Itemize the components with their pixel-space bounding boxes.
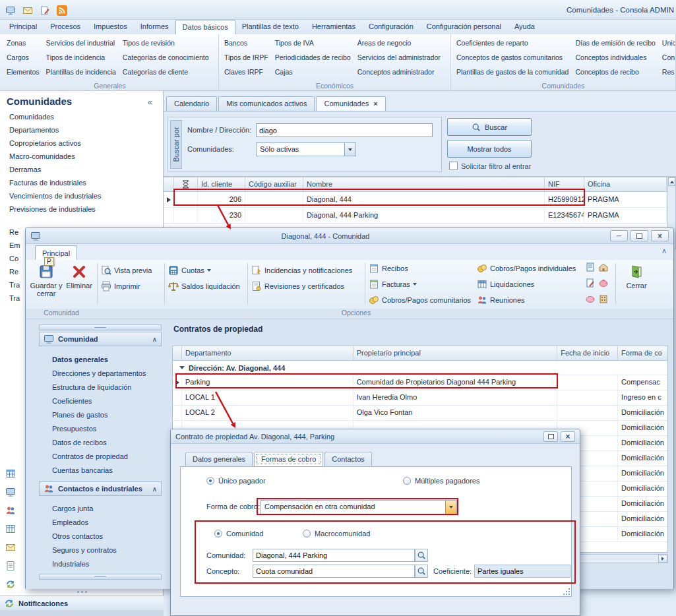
ribbon-item[interactable]: Categorías de conocimiento [123, 50, 209, 65]
tab-formas-de-cobro[interactable]: Formas de cobro [254, 452, 323, 466]
nav-item-contratos[interactable]: Contratos de propiedad [52, 450, 128, 462]
ribbon-item[interactable]: Conceptos administrador [357, 65, 441, 79]
payment-method-select[interactable]: Compensación en otra comunidad [261, 500, 457, 514]
module-document-icon[interactable] [5, 561, 22, 574]
doc-tab-calendario[interactable]: Calendario [166, 96, 217, 111]
ribbon-item[interactable]: Res [662, 65, 676, 79]
nav-item-otros-contactos[interactable]: Otros contactos [52, 530, 103, 542]
scroll-up-icon[interactable] [668, 177, 675, 186]
ribbon-item[interactable]: Con [662, 50, 676, 65]
delete-button[interactable]: Eliminar [64, 261, 94, 307]
mail-icon[interactable] [21, 4, 34, 17]
sidebar-item-partial[interactable]: Re [9, 266, 18, 278]
piggybank2-icon-button[interactable] [585, 293, 596, 304]
ribbon-tab-impuestos[interactable]: Impuestos [87, 20, 134, 34]
nav-item-datos-recibos[interactable]: Datos de recibos [52, 437, 107, 448]
hourglass-icon[interactable] [174, 177, 198, 191]
nav-splitter[interactable] [39, 324, 162, 330]
ribbon-item[interactable]: Conceptos de recibo [575, 65, 655, 79]
individual-payments-button[interactable]: Cobros/Pagos individuales [477, 262, 582, 275]
ribbon-tab-informes[interactable]: Informes [134, 20, 175, 34]
ribbon-tab-plantillas[interactable]: Plantillas de texto [235, 20, 305, 34]
tab-datos-generales[interactable]: Datos generales [185, 452, 253, 466]
chevron-down-icon[interactable] [344, 143, 355, 156]
close-button[interactable]: × [561, 431, 575, 442]
ribbon-item[interactable]: Bancos [224, 36, 268, 50]
module-users-icon[interactable] [5, 505, 22, 518]
nav-item-datos-generales[interactable]: Datos generales [52, 354, 108, 365]
piggybank-icon-button[interactable] [598, 278, 609, 288]
ribbon-tab-herramientas[interactable]: Herramientas [305, 20, 362, 34]
screen-icon[interactable] [4, 4, 17, 17]
doc-tab-comunidades[interactable]: Comunidades× [316, 96, 385, 111]
sidebar-item-partial[interactable]: Re [9, 226, 18, 238]
document-icon-button[interactable] [585, 262, 596, 272]
ribbon-item[interactable]: Plantillas de gastos de la comunidad [456, 65, 568, 79]
chevron-down-icon[interactable] [445, 501, 456, 514]
ribbon-item[interactable]: Servicios del industrial [46, 36, 116, 50]
dialog-titlebar[interactable]: Diagonal, 444 - Comunidad ─ × [26, 228, 673, 244]
ribbon-tab-procesos[interactable]: Procesos [44, 20, 87, 34]
nav-item-coeficientes[interactable]: Coeficientes [52, 395, 92, 407]
column-header-fecha[interactable]: Fecha de inicio [557, 346, 618, 360]
table-row[interactable]: LOCAL 2 Olga Vico Fontan Domiciliación [173, 406, 667, 421]
sidebar-item-derramas[interactable]: Derramas [9, 164, 41, 175]
dialog-tab-principal[interactable]: Principal [35, 245, 77, 260]
ribbon-item[interactable]: Periodicidades de recibo [275, 50, 351, 65]
ribbon-item[interactable]: Conceptos de gastos comunitarios [456, 50, 568, 65]
show-all-button[interactable]: Mostrar todos [447, 140, 532, 158]
ribbon-item[interactable]: Tipos de incidencia [46, 50, 116, 65]
nav-item-cargos-junta[interactable]: Cargos junta [52, 503, 93, 514]
dialog-titlebar[interactable]: Contrato de propiedad Av. Diagonal, 444,… [171, 429, 580, 444]
ribbon-item[interactable]: Categorías de cliente [123, 65, 209, 79]
column-header-propietario[interactable]: Propietario principal [353, 346, 558, 360]
ribbon-tab-datos-basicos[interactable]: Datos básicos [175, 20, 235, 34]
ribbon-tab-ayuda[interactable]: Ayuda [508, 20, 541, 34]
close-button[interactable]: × [651, 230, 669, 241]
ribbon-item[interactable]: Elementos [7, 65, 40, 79]
ribbon-item[interactable]: Áreas de negocio [357, 36, 441, 50]
table-row[interactable]: 206 Diagonal, 444 H25990912 PRAGMA [164, 192, 667, 208]
sidebar-item-previsiones[interactable]: Previsiones de industriales [9, 203, 96, 215]
concept-field[interactable] [253, 565, 415, 578]
edit-doc-icon-button[interactable] [585, 278, 596, 288]
nav-item-empleados[interactable]: Empleados [52, 516, 88, 528]
nav-item-presupuestos[interactable]: Presupuestos [52, 423, 96, 435]
close-dialog-button[interactable]: Cerrar [619, 261, 654, 307]
table-row[interactable]: Parking Comunidad de Propietarios Diagon… [173, 375, 667, 390]
column-header-nif[interactable]: NIF [545, 177, 584, 191]
column-header-nombre[interactable]: Nombre [303, 177, 545, 191]
nav-group-contactos[interactable]: Contactos e industriales ∧ [39, 481, 162, 496]
community-radio[interactable]: Comunidad [214, 530, 263, 538]
nav-item-seguros[interactable]: Seguros y contratos [52, 544, 117, 556]
coefficient-field[interactable] [474, 565, 570, 578]
scroll-right-icon[interactable] [658, 555, 667, 563]
sidebar-item-partial[interactable]: Em [9, 239, 20, 251]
ribbon-item[interactable]: Unic [662, 36, 676, 50]
name-address-input[interactable] [256, 123, 433, 137]
notifications-bar[interactable]: Notificaciones [0, 596, 164, 610]
chevron-up-icon[interactable]: ∧ [152, 336, 157, 343]
ribbon-item[interactable]: Días de emisión de recibo [575, 36, 655, 50]
sidebar-item-partial[interactable]: Co [9, 253, 18, 264]
sidebar-item-partial[interactable]: Tra [9, 279, 20, 291]
grid-group-row[interactable]: Dirección: Av. Diagonal, 444 [173, 361, 667, 375]
ribbon-tab-configuracion[interactable]: Configuración [362, 20, 420, 34]
ribbon-item[interactable]: Plantillas de incidencia [46, 65, 116, 79]
ribbon-item[interactable]: Zonas [7, 36, 40, 50]
sidebar-item-copropietarios[interactable]: Copropietarios activos [9, 137, 81, 149]
house-icon-button[interactable] [598, 262, 609, 272]
invoices-button[interactable]: Facturas [369, 278, 474, 291]
receipts-button[interactable]: Recibos [369, 262, 474, 275]
ribbon-item[interactable]: Cajas [275, 65, 351, 79]
ribbon-item[interactable]: Tipos de revisión [123, 36, 209, 50]
reviews-button[interactable]: Revisiones y certificados [251, 279, 362, 293]
doc-tab-comunicados[interactable]: Mis comunicados activos [218, 96, 315, 111]
ribbon-tab-configuracion-personal[interactable]: Configuración personal [420, 20, 508, 34]
communities-select[interactable]: Sólo activas [256, 142, 356, 156]
sidebar-item-departamentos[interactable]: Departamentos [9, 124, 59, 136]
module-grid-icon[interactable] [5, 524, 22, 537]
nav-item-estructura[interactable]: Estructura de liquidación [52, 381, 131, 393]
nav-item-planes[interactable]: Planes de gastos [52, 409, 108, 421]
maximize-button[interactable] [630, 230, 648, 241]
